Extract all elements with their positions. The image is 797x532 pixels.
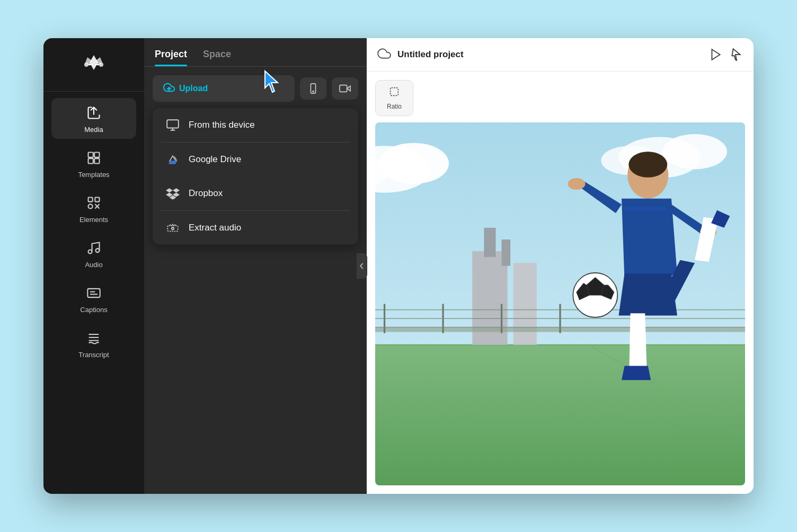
svg-rect-28	[167, 226, 178, 232]
elements-icon	[86, 196, 101, 212]
svg-point-1	[99, 63, 103, 67]
preview-image	[375, 122, 745, 485]
media-icon	[86, 105, 101, 122]
svg-point-40	[662, 134, 727, 169]
left-panel: Project Space Upload	[144, 38, 367, 494]
upload-toolbar: Upload	[144, 75, 367, 102]
preview-content: Ratio	[367, 72, 754, 494]
sidebar: Media Templates	[43, 38, 144, 494]
captions-icon	[86, 286, 101, 303]
project-title: Untitled project	[397, 49, 703, 60]
svg-point-0	[84, 63, 88, 67]
svg-rect-6	[94, 153, 99, 157]
sidebar-item-elements[interactable]: Elements	[51, 188, 136, 229]
ratio-label: Ratio	[387, 103, 402, 110]
play-button[interactable]	[709, 48, 723, 61]
svg-rect-5	[88, 153, 93, 157]
tab-divider	[144, 66, 367, 67]
dropdown-google-drive[interactable]: Google Drive	[153, 143, 358, 176]
sidebar-item-audio[interactable]: Audio	[51, 233, 136, 274]
svg-point-60	[628, 152, 667, 178]
camera-upload-btn[interactable]	[332, 77, 358, 100]
svg-rect-61	[625, 207, 666, 210]
svg-point-29	[172, 227, 174, 229]
preview-panel: Untitled project	[367, 38, 754, 494]
sidebar-elements-label: Elements	[79, 216, 108, 224]
svg-rect-48	[502, 240, 511, 266]
tab-project[interactable]: Project	[155, 49, 187, 66]
sidebar-divider	[43, 91, 144, 92]
svg-point-23	[313, 91, 314, 92]
sidebar-media-label: Media	[84, 126, 103, 134]
app-logo[interactable]	[81, 53, 107, 74]
panel-collapse-btn[interactable]	[357, 253, 367, 279]
pointer-button[interactable]	[729, 48, 743, 61]
sidebar-item-captions[interactable]: Captions	[51, 278, 136, 319]
svg-rect-34	[391, 88, 398, 96]
ratio-icon	[388, 86, 400, 100]
panel-tabs: Project Space	[144, 38, 367, 66]
sidebar-item-media[interactable]: Media	[51, 98, 136, 139]
monitor-icon	[165, 118, 180, 132]
sidebar-item-transcript[interactable]: Transcript	[51, 323, 136, 364]
extract-audio-icon	[165, 220, 180, 235]
svg-point-62	[568, 178, 585, 190]
svg-rect-8	[94, 158, 99, 163]
sidebar-transcript-label: Transcript	[78, 351, 109, 359]
sidebar-audio-label: Audio	[85, 261, 102, 269]
svg-rect-7	[88, 158, 93, 163]
svg-rect-10	[95, 198, 99, 202]
sidebar-templates-label: Templates	[78, 171, 109, 179]
transcript-icon	[86, 331, 101, 348]
audio-icon	[86, 241, 101, 258]
svg-point-13	[96, 249, 100, 252]
svg-rect-9	[88, 198, 93, 202]
sidebar-captions-label: Captions	[80, 306, 107, 314]
templates-icon	[86, 150, 101, 167]
dropbox-icon	[165, 186, 180, 201]
svg-marker-33	[712, 49, 720, 60]
ratio-button[interactable]: Ratio	[375, 80, 413, 116]
svg-rect-42	[375, 345, 745, 485]
svg-point-11	[88, 204, 93, 208]
svg-rect-14	[87, 289, 100, 297]
sidebar-item-templates[interactable]: Templates	[51, 143, 136, 184]
tab-space[interactable]: Space	[203, 49, 231, 66]
dropdown-extract-audio[interactable]: Extract audio	[153, 211, 358, 245]
preview-actions	[709, 48, 743, 61]
mobile-upload-btn[interactable]	[300, 77, 326, 100]
preview-header: Untitled project	[367, 38, 754, 72]
svg-rect-46	[513, 263, 537, 345]
upload-button[interactable]: Upload	[153, 75, 295, 102]
svg-rect-47	[484, 228, 495, 257]
upload-cloud-icon	[163, 82, 175, 95]
dropdown-dropbox[interactable]: Dropbox	[153, 176, 358, 210]
google-drive-icon	[165, 152, 180, 167]
svg-point-37	[379, 143, 449, 184]
cloud-save-icon	[377, 47, 391, 63]
svg-point-12	[88, 250, 92, 254]
svg-rect-25	[167, 120, 179, 128]
svg-rect-24	[340, 85, 347, 92]
upload-dropdown: From this device Google Drive	[153, 108, 358, 245]
dropdown-from-device[interactable]: From this device	[153, 108, 358, 142]
